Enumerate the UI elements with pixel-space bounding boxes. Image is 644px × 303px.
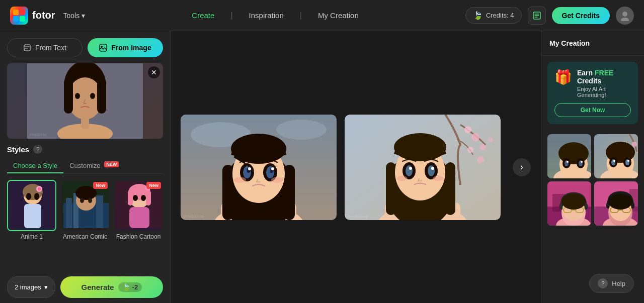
main: From Text From Image	[0, 31, 644, 303]
svg-rect-41	[146, 190, 151, 206]
svg-point-36	[88, 198, 92, 203]
earn-title: Earn FREE Credits	[577, 69, 631, 85]
avatar[interactable]	[616, 7, 634, 25]
styles-title: Styles	[7, 145, 29, 154]
nav-inspiration[interactable]: Inspiration	[249, 11, 284, 20]
svg-text:@midjourney: @midjourney	[347, 215, 368, 219]
result-svg-2: @midjourney	[345, 115, 501, 220]
svg-point-70	[471, 133, 479, 141]
from-text-label: From Text	[35, 44, 66, 52]
portrait-preview: FREEPIK	[27, 63, 143, 139]
help-circle-icon: ?	[598, 278, 608, 288]
earn-title-suffix: Credits	[577, 77, 601, 85]
earn-subtitle: Enjoy AI Art Generating!	[577, 86, 631, 98]
gallery-thumb-1[interactable]	[547, 134, 591, 178]
cost-value: -2	[132, 283, 138, 291]
nav-my-creation[interactable]: My Creation	[318, 11, 359, 20]
svg-text:FREEPIK: FREEPIK	[30, 133, 47, 137]
generate-bar: 2 images ▾ Generate 🍃 -2	[0, 271, 170, 303]
svg-rect-3	[20, 16, 25, 22]
from-text-tab[interactable]: From Text	[7, 38, 83, 57]
svg-rect-40	[128, 190, 133, 206]
svg-rect-30	[66, 198, 72, 228]
comic-label: American Comic	[60, 233, 110, 240]
gallery-thumb-4[interactable]	[594, 181, 638, 226]
images-count-select[interactable]: 2 images ▾	[7, 276, 55, 298]
choose-style-tab[interactable]: Choose a Style	[7, 159, 63, 173]
svg-rect-45	[129, 207, 149, 228]
svg-point-114	[627, 160, 629, 162]
svg-point-6	[621, 18, 629, 21]
fashion-label: Fashion Cartoon	[114, 233, 163, 240]
svg-point-64	[271, 167, 274, 170]
from-image-tab[interactable]: From Image	[88, 38, 163, 57]
gallery-grid	[541, 130, 644, 230]
svg-point-113	[613, 160, 615, 162]
svg-point-102	[581, 161, 583, 163]
credit-cost-badge: 🍃 -2	[118, 282, 142, 292]
svg-point-86	[428, 165, 435, 176]
svg-rect-7	[24, 45, 30, 51]
svg-rect-81	[445, 162, 455, 215]
anime1-label: Anime 1	[7, 233, 56, 240]
get-now-button[interactable]: Get Now	[554, 103, 631, 117]
svg-rect-0	[13, 10, 19, 15]
style-american-comic[interactable]: New American Comic	[60, 180, 110, 240]
style-fashion-cartoon[interactable]: New Fashion Cartoon	[114, 180, 163, 240]
right-panel-title: My Creation	[541, 31, 644, 56]
header-right: 🍃 Credits: 4 Get Credits	[465, 7, 634, 25]
styles-help-icon[interactable]: ?	[33, 145, 42, 154]
result-svg-1: @midjourney	[181, 115, 337, 220]
gallery-thumb-2[interactable]	[594, 134, 638, 178]
svg-point-71	[480, 144, 486, 150]
svg-point-75	[477, 156, 484, 163]
customize-tab[interactable]: Customize NEW	[63, 159, 125, 173]
svg-rect-14	[97, 78, 106, 114]
svg-point-89	[396, 176, 408, 181]
svg-rect-2	[13, 16, 19, 22]
earn-text: Earn FREE Credits Enjoy AI Art Generatin…	[577, 69, 631, 98]
earn-credits-card: 🎁 Earn FREE Credits Enjoy AI Art Generat…	[547, 62, 638, 124]
svg-point-16	[90, 93, 95, 99]
left-panel: From Text From Image	[0, 31, 171, 303]
next-image-button[interactable]: ›	[513, 158, 531, 176]
anime1-img-wrap	[7, 180, 56, 231]
svg-point-87	[409, 167, 412, 170]
tools-menu-button[interactable]: Tools ▾	[63, 12, 86, 20]
get-credits-button[interactable]: Get Credits	[552, 7, 610, 24]
svg-point-72	[464, 126, 471, 133]
styles-header: Styles ?	[7, 145, 163, 154]
logo-icon	[10, 7, 28, 25]
svg-point-65	[234, 177, 246, 183]
chevron-down-icon: ▾	[44, 283, 48, 291]
generate-button[interactable]: Generate 🍃 -2	[60, 276, 163, 298]
style-anime1[interactable]: Anime 1	[7, 180, 56, 240]
fashion-new-badge: New	[146, 182, 161, 189]
svg-point-90	[433, 176, 444, 181]
nav-create[interactable]: Create	[192, 11, 214, 20]
gallery-thumb-3[interactable]	[547, 181, 591, 226]
svg-point-85	[406, 165, 413, 176]
right-panel: My Creation 🎁 Earn FREE Credits Enjoy AI…	[541, 31, 644, 303]
close-upload-button[interactable]: ✕	[148, 66, 160, 78]
comic-new-badge: New	[93, 182, 108, 189]
svg-rect-13	[64, 78, 73, 114]
credits-badge: 🍃 Credits: 4	[465, 7, 522, 24]
leaf-icon: 🍃	[122, 283, 130, 291]
result-image-1: @midjourney	[181, 115, 337, 220]
svg-rect-32	[96, 195, 103, 228]
svg-point-101	[567, 161, 569, 163]
svg-text:@midjourney: @midjourney	[183, 215, 204, 219]
leaf-icon: 🍃	[473, 11, 483, 20]
center-area: @midjourney	[171, 31, 541, 303]
header: fotor Tools ▾ Create | Inspiration | My …	[0, 0, 644, 31]
task-icon-button[interactable]	[528, 7, 546, 25]
svg-rect-27	[24, 204, 41, 228]
header-left: fotor Tools ▾	[10, 7, 85, 25]
uploaded-image: FREEPIK	[7, 63, 163, 139]
customize-new-badge: NEW	[104, 161, 119, 167]
style-grid: Anime 1	[7, 180, 163, 240]
svg-point-35	[80, 198, 84, 203]
help-button[interactable]: ? Help	[589, 274, 634, 293]
svg-point-88	[431, 167, 434, 170]
